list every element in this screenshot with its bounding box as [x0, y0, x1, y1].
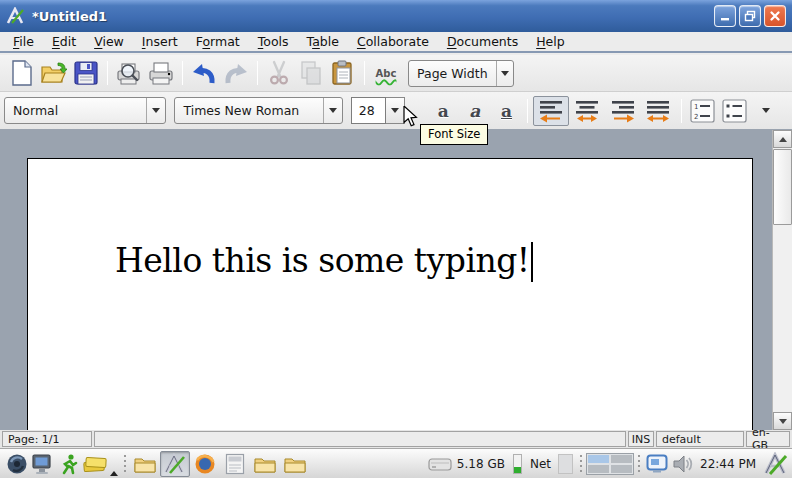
underline-button[interactable]: a: [491, 96, 523, 126]
app-circle-icon[interactable]: [4, 451, 30, 477]
computer-icon[interactable]: [30, 451, 56, 477]
disk-free-label: 5.18 GB: [457, 457, 505, 471]
paste-button[interactable]: [327, 58, 359, 88]
vertical-scrollbar[interactable]: [772, 130, 792, 430]
menu-insert[interactable]: Insert: [133, 32, 187, 51]
menu-collaborate[interactable]: Collaborate: [348, 32, 438, 51]
abiword-tray-logo-icon[interactable]: [762, 451, 788, 477]
italic-icon: a: [469, 101, 480, 121]
workspace-3[interactable]: [587, 464, 610, 474]
font-combo-arrow[interactable]: [323, 98, 342, 123]
workspace-4[interactable]: [610, 464, 633, 474]
align-justify-button[interactable]: [640, 96, 676, 126]
menu-table[interactable]: Table: [298, 32, 348, 51]
numbered-list-button[interactable]: 1 2: [687, 96, 719, 126]
language-indicator[interactable]: en-GB: [746, 431, 790, 447]
mail-stack-icon[interactable]: [82, 451, 108, 477]
cut-icon: [267, 60, 291, 86]
disk-icon[interactable]: [427, 451, 453, 477]
menu-help[interactable]: Help: [527, 32, 574, 51]
menu-view[interactable]: View: [85, 32, 133, 51]
workspace-2[interactable]: [610, 454, 633, 464]
toolbar-separator: [182, 61, 183, 85]
document-window-icon: [225, 453, 245, 475]
scroll-up-button[interactable]: [773, 130, 792, 148]
format-toolbar: Normal Times New Roman 28 a a a: [0, 92, 792, 130]
cut-button[interactable]: [263, 58, 295, 88]
font-combo[interactable]: Times New Roman: [174, 97, 342, 124]
taskbar-window-abiword[interactable]: [160, 451, 190, 477]
redo-button[interactable]: [220, 58, 252, 88]
workspace-1[interactable]: [587, 454, 610, 464]
close-button[interactable]: [764, 5, 786, 27]
print-preview-button[interactable]: [113, 58, 145, 88]
minimize-button[interactable]: [714, 5, 736, 27]
zoom-value: Page Width: [409, 66, 496, 81]
open-button[interactable]: [38, 58, 70, 88]
new-document-button[interactable]: [6, 58, 38, 88]
maximize-button[interactable]: [739, 5, 761, 27]
workspace-pager[interactable]: [586, 453, 634, 475]
save-button[interactable]: [70, 58, 102, 88]
toolbar-overflow-button[interactable]: [750, 96, 782, 126]
text-caret: [531, 242, 533, 282]
align-justify-icon: [645, 99, 671, 123]
bold-icon: a: [438, 101, 449, 121]
align-center-button[interactable]: [569, 96, 605, 126]
undo-button[interactable]: [188, 58, 220, 88]
net-label: Net: [530, 457, 551, 471]
panel-grip[interactable]: [123, 455, 127, 473]
svg-text:1: 1: [694, 103, 698, 111]
display-settings-icon[interactable]: [644, 451, 670, 477]
scrollbar-thumb[interactable]: [773, 149, 792, 225]
chevron-down-icon: [329, 108, 337, 113]
style-indicator-label: default: [662, 433, 701, 446]
panel-collapse-arrow[interactable]: [110, 457, 118, 471]
taskbar-window-document[interactable]: [220, 451, 250, 477]
document-text-line: Hello this is some typing!: [115, 241, 533, 282]
align-left-button[interactable]: [533, 96, 569, 126]
bold-button[interactable]: a: [427, 96, 459, 126]
taskbar-window-folder-2[interactable]: [250, 451, 280, 477]
print-preview-icon: [116, 61, 142, 85]
menu-tools[interactable]: Tools: [249, 32, 298, 51]
zoom-combo-arrow[interactable]: [496, 61, 513, 86]
menu-bar: File Edit View Insert Format Tools Table…: [0, 32, 792, 53]
net-indicator[interactable]: [513, 454, 522, 474]
taskbar-window-folder-3[interactable]: [280, 451, 310, 477]
menu-edit[interactable]: Edit: [43, 32, 85, 51]
menu-file[interactable]: File: [4, 32, 43, 51]
document-page[interactable]: Hello this is some typing!: [27, 158, 753, 430]
svg-text:2: 2: [694, 113, 698, 121]
tray-plugin-box[interactable]: [558, 454, 573, 474]
window-title: *Untitled1: [32, 9, 711, 24]
page-indicator: Page: 1/1: [2, 431, 92, 447]
align-center-icon: [574, 99, 600, 123]
taskbar-window-folder-1[interactable]: [130, 451, 160, 477]
style-combo-arrow[interactable]: [146, 98, 165, 123]
net-activity-led: [514, 467, 521, 473]
font-size-input[interactable]: 28: [351, 97, 387, 124]
folder-icon: [284, 455, 306, 473]
italic-button[interactable]: a: [459, 96, 491, 126]
folder-icon: [134, 455, 156, 473]
chevron-down-icon: [762, 108, 770, 113]
taskbar-window-firefox[interactable]: [190, 451, 220, 477]
print-button[interactable]: [145, 58, 177, 88]
copy-button[interactable]: [295, 58, 327, 88]
spellcheck-button[interactable]: Abc: [370, 58, 402, 88]
document-area[interactable]: Hello this is some typing!: [0, 130, 792, 430]
style-combo[interactable]: Normal: [4, 97, 166, 124]
toolbar-separator: [257, 61, 258, 85]
zoom-combo[interactable]: Page Width: [408, 60, 514, 87]
bullet-list-button[interactable]: [719, 96, 751, 126]
align-right-button[interactable]: [605, 96, 641, 126]
speaker-icon[interactable]: [670, 451, 696, 477]
folder-icon: [254, 455, 276, 473]
status-message-area: [94, 431, 626, 447]
insert-mode-indicator[interactable]: INS: [628, 431, 654, 447]
menu-format[interactable]: Format: [187, 32, 249, 51]
run-icon[interactable]: [56, 451, 82, 477]
menu-documents[interactable]: Documents: [438, 32, 527, 51]
pager-grip-right: [637, 455, 641, 473]
